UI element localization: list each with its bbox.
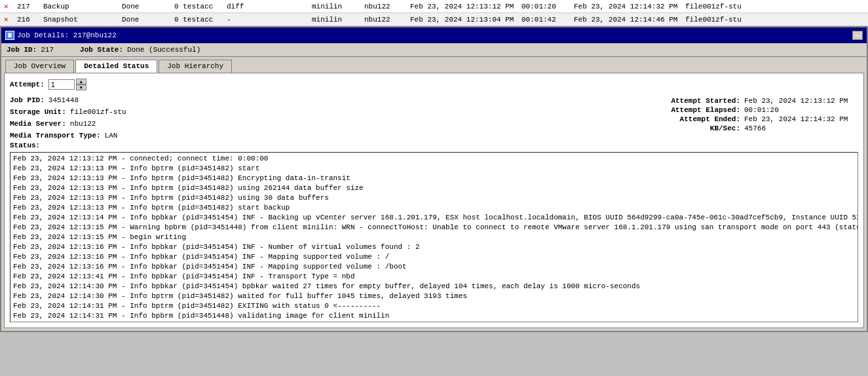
job-number-217: 217 <box>14 3 41 10</box>
job-state-value: Done (Successful) <box>127 46 200 54</box>
attempt-input[interactable] <box>48 79 75 90</box>
job-state-217: Done <box>119 3 172 10</box>
close-button[interactable]: — <box>852 31 863 40</box>
status-log-line: Feb 23, 2024 12:14:30 PM - Info bptrm (p… <box>13 291 855 301</box>
field-label-media-server: Media Server: <box>10 120 66 128</box>
job-ended-216: Feb 23, 2024 12:14:46 PM <box>571 16 683 24</box>
job-id-item: Job ID: 217 <box>7 46 54 54</box>
job-number-216: 216 <box>14 16 41 24</box>
job-client-217: minilin <box>309 3 362 10</box>
status-log-line: Feb 23, 2024 12:14:30 PM - Info bpbkar (… <box>13 282 855 291</box>
right-value-started: Feb 23, 2024 12:13:12 PM <box>744 97 848 105</box>
job-state-216: Done <box>119 16 172 24</box>
job-storage-217: file001zf-stu <box>683 3 787 10</box>
status-log-line: Feb 23, 2024 12:13:15 PM - Warning bpbrm… <box>13 223 855 233</box>
attempt-down-button[interactable]: ▼ <box>76 85 86 90</box>
status-log-line: Feb 23, 2024 12:13:14 PM - Info bpbkar (… <box>13 213 855 223</box>
field-label-transport: Media Transport Type: <box>10 132 101 140</box>
status-log-line: Feb 23, 2024 12:14:31 PM - Info bpbkar (… <box>13 321 855 322</box>
status-log-line: Feb 23, 2024 12:13:13 PM - Info bptrm (p… <box>13 164 855 174</box>
right-value-ended: Feb 23, 2024 12:14:32 PM <box>744 115 848 123</box>
attempt-up-button[interactable]: ▲ <box>76 79 86 85</box>
right-field-row-started: Attempt Started: Feb 23, 2024 12:13:12 P… <box>649 97 858 105</box>
job-started-217: Feb 23, 2024 12:13:12 PM <box>407 3 519 10</box>
top-section: Attempt: ▲ ▼ Job PID: 3451448 Storage Un… <box>10 79 858 141</box>
field-row-storage: Storage Unit: file001zf-stu <box>10 106 635 118</box>
field-value-pid: 3451448 <box>48 96 79 104</box>
status-log-line: Feb 23, 2024 12:13:16 PM - Info bpbkar (… <box>13 252 855 262</box>
job-list-row[interactable]: ✕ 216 Snapshot Done 0 testacc - minilin … <box>0 13 868 26</box>
status-log-line: Feb 23, 2024 12:13:13 PM - Info bptrm (p… <box>13 174 855 183</box>
titlebar-left: 📋 Job Details: 217@nbu122 <box>5 31 117 40</box>
field-row-pid: Job PID: 3451448 <box>10 94 635 106</box>
left-fields: Attempt: ▲ ▼ Job PID: 3451448 Storage Un… <box>10 79 635 141</box>
attempt-spinner: ▲ ▼ <box>76 79 86 90</box>
status-log-line: Feb 23, 2024 12:14:31 PM - Info bpbrm (p… <box>13 311 855 321</box>
job-id-value: 217 <box>41 46 54 54</box>
job-policy-217: diff <box>224 3 263 10</box>
right-label-elapsed: Attempt Elapsed: <box>649 106 740 114</box>
job-files-217: 0 testacc <box>172 3 224 10</box>
field-label-storage: Storage Unit: <box>10 108 66 116</box>
status-log-line: Feb 23, 2024 12:13:13 PM - Info bptrm (p… <box>13 203 855 213</box>
left-field-rows: Job PID: 3451448 Storage Unit: file001zf… <box>10 94 635 141</box>
job-type-217: Backup <box>41 3 119 10</box>
status-label: Status: <box>10 141 858 149</box>
job-info-bar: Job ID: 217 Job State: Done (Successful) <box>1 43 867 57</box>
job-files-216: 0 testacc <box>172 16 224 24</box>
right-field-row-kbsec: KB/Sec: 45766 <box>649 124 858 132</box>
job-list: ✕ 217 Backup Done 0 testacc diff minilin… <box>0 0 868 26</box>
field-value-media-server: nbu122 <box>70 120 96 128</box>
tab-job-hierarchy[interactable]: Job Hierarchy <box>159 60 232 73</box>
job-elapsed-217: 00:01:20 <box>519 3 571 10</box>
right-value-kbsec: 45766 <box>744 124 766 132</box>
job-policy-216: - <box>224 16 263 24</box>
status-log-line: Feb 23, 2024 12:13:16 PM - Info bpbkar (… <box>13 242 855 252</box>
right-field-row-ended: Attempt Ended: Feb 23, 2024 12:14:32 PM <box>649 115 858 123</box>
right-value-elapsed: 00:01:20 <box>744 106 779 114</box>
detail-titlebar: 📋 Job Details: 217@nbu122 — <box>1 28 867 43</box>
status-log-line: Feb 23, 2024 12:13:12 PM - connected; co… <box>13 154 855 164</box>
field-value-transport: LAN <box>105 132 118 140</box>
job-id-label: Job ID: <box>7 46 37 54</box>
job-icon-217: ✕ <box>1 2 14 10</box>
right-fields: Attempt Started: Feb 23, 2024 12:13:12 P… <box>635 79 858 141</box>
tab-detailed-status[interactable]: Detailed Status <box>75 60 157 73</box>
tabs-bar: Job Overview Detailed Status Job Hierarc… <box>1 57 867 73</box>
tab-job-overview[interactable]: Job Overview <box>5 60 74 73</box>
attempt-row: Attempt: ▲ ▼ <box>10 79 635 90</box>
status-log-line: Feb 23, 2024 12:13:13 PM - Info bptrm (p… <box>13 193 855 203</box>
job-type-216: Snapshot <box>41 16 119 24</box>
field-label-pid: Job PID: <box>10 96 45 104</box>
job-started-216: Feb 23, 2024 12:13:04 PM <box>407 16 519 24</box>
job-elapsed-216: 00:01:42 <box>519 16 571 24</box>
field-row-transport: Media Transport Type: LAN <box>10 130 635 141</box>
detail-window: 📋 Job Details: 217@nbu122 — Job ID: 217 … <box>0 26 868 332</box>
job-state-item: Job State: Done (Successful) <box>80 46 200 54</box>
job-list-row[interactable]: ✕ 217 Backup Done 0 testacc diff minilin… <box>0 0 868 13</box>
detail-body: Attempt: ▲ ▼ Job PID: 3451448 Storage Un… <box>4 73 864 328</box>
status-log-line: Feb 23, 2024 12:13:16 PM - Info bpbkar (… <box>13 262 855 272</box>
right-label-kbsec: KB/Sec: <box>649 124 740 132</box>
status-log[interactable]: Feb 23, 2024 12:13:12 PM - connected; co… <box>10 152 858 322</box>
job-storage-216: file001zf-stu <box>683 16 787 24</box>
titlebar-title: Job Details: 217@nbu122 <box>17 31 117 39</box>
window-icon: 📋 <box>5 31 14 40</box>
attempt-label: Attempt: <box>10 81 45 88</box>
job-icon-216: ✕ <box>1 15 14 24</box>
right-field-row-elapsed: Attempt Elapsed: 00:01:20 <box>649 106 858 114</box>
status-log-line: Feb 23, 2024 12:13:13 PM - Info bptrm (p… <box>13 183 855 193</box>
field-row-media-server: Media Server: nbu122 <box>10 118 635 130</box>
right-label-ended: Attempt Ended: <box>649 115 740 123</box>
job-ended-217: Feb 23, 2024 12:14:32 PM <box>571 3 683 10</box>
status-log-line: Feb 23, 2024 12:13:41 PM - Info bpbkar (… <box>13 272 855 282</box>
job-client-216: minilin <box>309 16 362 24</box>
job-state-label: Job State: <box>80 46 123 54</box>
job-master-216: nbu122 <box>362 16 407 24</box>
status-log-line: Feb 23, 2024 12:14:31 PM - Info bptrm (p… <box>13 301 855 311</box>
status-log-line: Feb 23, 2024 12:13:15 PM - begin writing <box>13 233 855 242</box>
job-master-217: nbu122 <box>362 3 407 10</box>
right-label-started: Attempt Started: <box>649 97 740 105</box>
field-value-storage: file001zf-stu <box>70 108 126 116</box>
